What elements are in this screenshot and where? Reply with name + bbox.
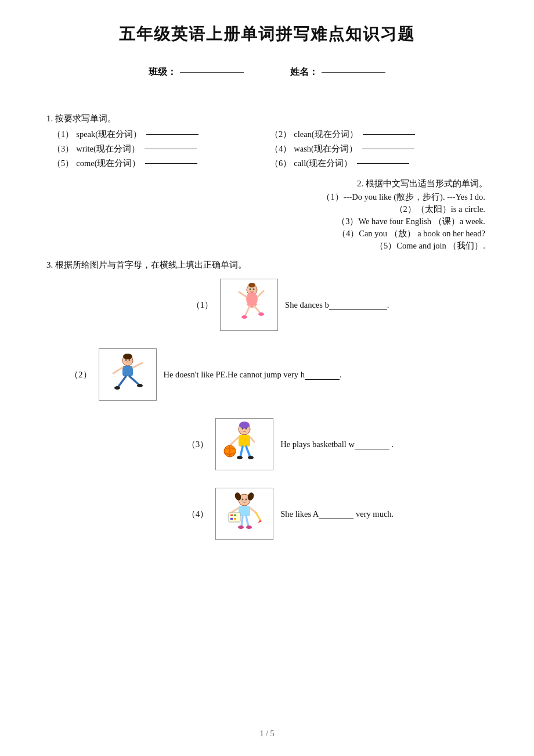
svg-rect-41: [229, 513, 240, 522]
svg-point-20: [125, 359, 127, 361]
svg-point-1: [248, 283, 255, 287]
svg-line-40: [250, 508, 256, 513]
svg-rect-42: [230, 514, 233, 516]
q3-item4-image: [215, 488, 273, 540]
art-girl-icon: [218, 491, 270, 537]
section1-item-3: （3） write(现在分词）: [52, 142, 270, 156]
header-row: 班级： 姓名：: [46, 66, 488, 78]
svg-point-21: [128, 359, 130, 361]
q3-item2-row: （2）: [70, 348, 488, 401]
item6-blank: [357, 163, 409, 164]
svg-point-9: [250, 289, 251, 290]
name-label: 姓名：: [290, 66, 318, 78]
item2-text: clean(现在分词）: [294, 129, 358, 140]
svg-point-12: [123, 354, 132, 359]
svg-line-30: [246, 447, 250, 457]
class-underline: [180, 72, 244, 73]
item6-text: call(现在分词）: [294, 158, 352, 169]
svg-rect-13: [122, 366, 133, 376]
item3-blank: [145, 149, 197, 149]
q3-item3-image: [215, 418, 273, 470]
pe-boy-icon: [102, 351, 154, 398]
q3-item4-row: （4）: [93, 488, 488, 540]
item1-blank: [146, 134, 199, 135]
section3: 3. 根据所给图片与首字母，在横线上填出正确单词。 （1）: [46, 260, 488, 540]
name-field: 姓名：: [290, 66, 385, 78]
section1-item-2: （2） clean(现在分词）: [270, 128, 488, 141]
section2-item-4: （4）Can you （放） a book on her head?: [46, 228, 488, 239]
svg-line-6: [254, 306, 261, 314]
section2-item-5: （5）Come and join （我们）.: [46, 240, 488, 251]
svg-point-10: [253, 289, 255, 290]
q3-item3-num: （3）: [187, 439, 209, 450]
item1-text: speak(现在分词）: [76, 129, 142, 140]
item2-blank: [363, 134, 415, 135]
section1-item-5: （5） come(现在分词）: [52, 157, 270, 170]
svg-line-46: [256, 513, 260, 520]
section3-title: 3. 根据所给图片与首字母，在横线上填出正确单词。: [46, 260, 488, 271]
svg-point-8: [258, 312, 264, 316]
svg-rect-44: [230, 518, 233, 520]
svg-line-29: [240, 447, 243, 457]
svg-point-52: [242, 499, 244, 501]
svg-marker-47: [258, 520, 262, 523]
svg-point-31: [237, 456, 243, 459]
svg-line-15: [133, 363, 142, 368]
svg-line-49: [246, 516, 248, 527]
section2-title: 2. 根据中文写出适当形式的单词。: [46, 178, 488, 189]
item2-num: （2）: [270, 129, 291, 140]
name-underline: [322, 72, 385, 73]
svg-point-53: [246, 499, 247, 501]
item4-blank: [362, 149, 414, 149]
item3-num: （3）: [52, 143, 74, 154]
item3-text: write(现在分词）: [76, 143, 140, 154]
q3-item2-text: He doesn't like PE.He cannot jump very h…: [164, 370, 342, 380]
q3-item4-text: She likes A very much.: [280, 509, 394, 519]
page-number: 1 / 5: [260, 729, 275, 738]
item4-num: （4）: [270, 143, 291, 154]
svg-line-25: [231, 437, 239, 444]
svg-point-50: [238, 525, 244, 529]
q3-item3-row: （3）: [93, 418, 488, 470]
svg-line-48: [241, 516, 243, 527]
svg-line-16: [118, 376, 126, 387]
item5-num: （5）: [52, 158, 74, 169]
section1-title: 1. 按要求写单词。: [46, 113, 488, 124]
dancing-girl-icon: [223, 282, 275, 328]
svg-point-32: [248, 456, 254, 459]
q3-item2-image: [99, 348, 157, 401]
svg-point-51: [246, 525, 252, 529]
svg-rect-43: [234, 514, 236, 516]
q3-item3-blank: [355, 449, 389, 449]
item6-num: （6）: [270, 158, 291, 169]
svg-line-3: [239, 292, 246, 297]
svg-point-19: [137, 384, 143, 387]
section1: 1. 按要求写单词。 （1） speak(现在分词） （2） clean(现在分…: [46, 113, 488, 170]
section1-item-4: （4） wash(现在分词）: [270, 142, 488, 156]
svg-rect-24: [239, 435, 250, 447]
q3-item1-image: [220, 279, 278, 331]
q3-item1-text: She dances b.: [285, 300, 389, 310]
svg-line-14: [113, 368, 122, 373]
svg-line-26: [250, 437, 254, 442]
svg-line-17: [129, 376, 139, 385]
item5-blank: [145, 163, 197, 164]
class-label: 班级：: [149, 66, 176, 78]
q3-item4-num: （4）: [187, 509, 209, 520]
svg-point-7: [241, 315, 247, 319]
item4-text: wash(现在分词）: [294, 143, 358, 154]
q3-item2-num: （2）: [70, 369, 92, 380]
section2-item-1: （1）---Do you like (散步，步行). ---Yes I do.: [46, 192, 488, 203]
page-title: 五年级英语上册单词拼写难点知识习题: [46, 23, 488, 45]
section1-item-6: （6） call(现在分词）: [270, 157, 488, 170]
item1-num: （1）: [52, 129, 74, 140]
section2-item-3: （3）We have four English （课）a week.: [46, 216, 488, 227]
q3-item4-blank: [319, 519, 353, 519]
section1-item-1: （1） speak(现在分词）: [52, 128, 270, 141]
q3-item1-blank: [329, 309, 387, 310]
svg-point-34: [246, 428, 247, 430]
class-field: 班级：: [149, 66, 244, 78]
page-footer: 1 / 5: [0, 729, 534, 739]
basketball-boy-icon: [218, 421, 270, 467]
section2-item-2: （2）（太阳）is a circle.: [46, 204, 488, 215]
